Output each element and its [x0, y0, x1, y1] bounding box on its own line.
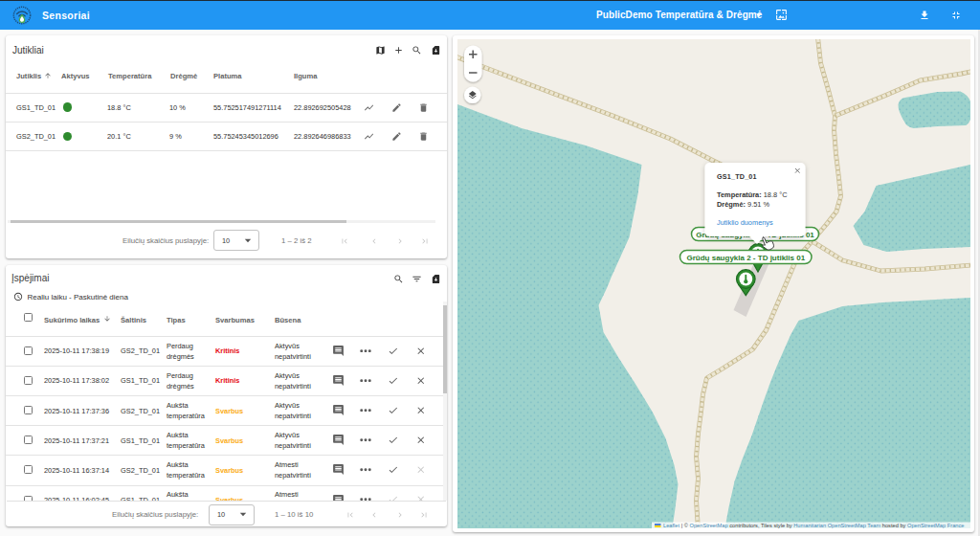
svg-text:GS1_TD_01: GS1_TD_01 [717, 172, 757, 181]
svg-text:Drėgmė: 9.51 %: Drėgmė: 9.51 % [717, 200, 769, 209]
svg-text:Grūdų saugykla 2 - TD jutiklis: Grūdų saugykla 2 - TD jutiklis 01 [686, 254, 805, 262]
svg-text:Temperatūra: 18.8 °C: Temperatūra: 18.8 °C [717, 190, 788, 199]
svg-text:Jutiklio duomenys: Jutiklio duomenys [717, 218, 773, 227]
svg-text:Leaflet | © OpenStreetMap cont: Leaflet | © OpenStreetMap contributors, … [663, 523, 964, 528]
